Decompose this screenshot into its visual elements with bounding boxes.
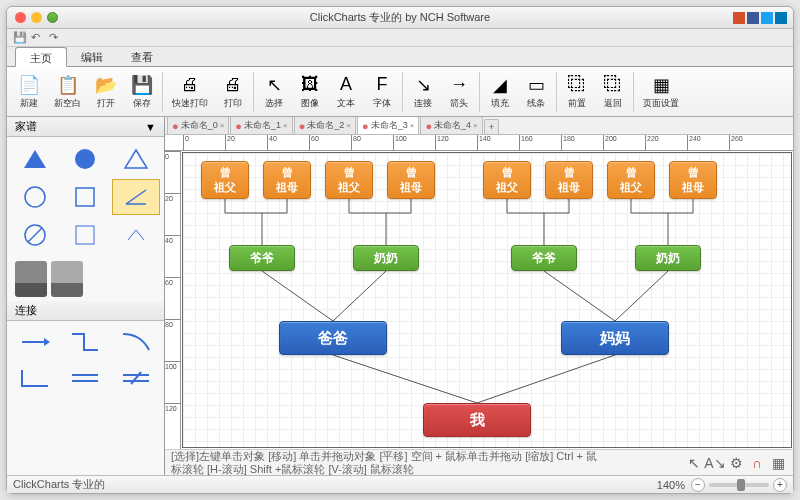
ribbon-label: 快速打印: [172, 97, 208, 110]
ribbon-label: 线条: [527, 97, 545, 110]
ribbon-icon: F: [371, 74, 393, 96]
shapes-header[interactable]: 家谱 ▼: [7, 117, 164, 137]
shape-circle-fill[interactable]: [61, 141, 109, 177]
diagram-node[interactable]: 曾祖父: [325, 161, 373, 199]
ribbon-连接[interactable]: ↘连接: [405, 69, 441, 115]
ribbon-填充[interactable]: ◢填充: [482, 69, 518, 115]
connections-header-label: 连接: [15, 303, 37, 318]
tool-text-icon[interactable]: A↘: [706, 454, 724, 472]
ribbon-label: 字体: [373, 97, 391, 110]
ribbon-icon: A: [335, 74, 357, 96]
ribbon-字体[interactable]: F字体: [364, 69, 400, 115]
doc-tab[interactable]: ● 未命名_1×: [230, 117, 292, 134]
conn-double[interactable]: [61, 361, 109, 395]
shape-square-outline[interactable]: [61, 179, 109, 215]
avatar-female[interactable]: [51, 261, 83, 297]
canvas-wrap: 020406080100120 曾祖父曾祖母曾祖父曾祖母曾祖父曾祖母曾祖父曾祖母…: [165, 151, 793, 449]
doc-tab[interactable]: ● 未命名_4×: [420, 117, 482, 134]
window-title: ClickCharts 专业的 by NCH Software: [7, 10, 793, 25]
sidebar: 家谱 ▼ 连接: [7, 117, 165, 475]
ruler-vertical: 020406080100120: [165, 151, 181, 449]
tool-magnet-icon[interactable]: ∩: [748, 454, 766, 472]
svg-marker-0: [24, 150, 46, 168]
svg-line-6: [28, 228, 42, 242]
linkedin-icon[interactable]: [775, 12, 787, 24]
diagram-node[interactable]: 爷爷: [511, 245, 577, 271]
ribbon-新建[interactable]: 📄新建: [11, 69, 47, 115]
shape-triangle-fill[interactable]: [11, 141, 59, 177]
ribbon-箭头[interactable]: →箭头: [441, 69, 477, 115]
diagram-node[interactable]: 曾祖母: [263, 161, 311, 199]
ribbon-打开[interactable]: 📂打开: [88, 69, 124, 115]
diagram-node[interactable]: 奶奶: [353, 245, 419, 271]
app-window: ClickCharts 专业的 by NCH Software 💾 ↶ ↷ 主页…: [6, 6, 794, 494]
menu-tab-编辑[interactable]: 编辑: [67, 47, 117, 66]
menu-tab-主页[interactable]: 主页: [15, 47, 67, 67]
diagram-node[interactable]: 曾祖父: [201, 161, 249, 199]
tool-gear-icon[interactable]: ⚙: [727, 454, 745, 472]
diagram-node[interactable]: 曾祖母: [545, 161, 593, 199]
zoom-in-button[interactable]: +: [773, 478, 787, 492]
status-bar: ClickCharts 专业的 140% − +: [7, 475, 793, 493]
shape-triangle-outline[interactable]: [112, 141, 160, 177]
qat-redo-icon[interactable]: ↷: [49, 31, 63, 45]
diagram-node[interactable]: 妈妈: [561, 321, 669, 355]
ribbon-保存[interactable]: 💾保存: [124, 69, 160, 115]
canvas[interactable]: 曾祖父曾祖母曾祖父曾祖母曾祖父曾祖母曾祖父曾祖母爷爷奶奶爷爷奶奶爸爸妈妈我: [182, 152, 792, 448]
hint-bar: [选择]左键单击对象 [移动] 单击并拖动对象 [平移] 空间 + 鼠标单击并拖…: [165, 449, 793, 475]
ribbon-icon: ▭: [525, 74, 547, 96]
ribbon-选择[interactable]: ↖选择: [256, 69, 292, 115]
ribbon-新空白[interactable]: 📋新空白: [47, 69, 88, 115]
ribbon-页面设置[interactable]: ▦页面设置: [636, 69, 686, 115]
hint-text: [选择]左键单击对象 [移动] 单击并拖动对象 [平移] 空间 + 鼠标单击并拖…: [171, 450, 601, 474]
ribbon-图像[interactable]: 🖼图像: [292, 69, 328, 115]
tool-grid-icon[interactable]: ▦: [769, 454, 787, 472]
doc-tab[interactable]: ● 未命名_3×: [357, 117, 419, 134]
doc-tab[interactable]: ● 未命名_2×: [294, 117, 356, 134]
facebook-icon[interactable]: [747, 12, 759, 24]
connections-header[interactable]: 连接: [7, 301, 164, 321]
shape-circle-slash[interactable]: [11, 217, 59, 253]
diagram-node[interactable]: 曾祖母: [387, 161, 435, 199]
new-tab-button[interactable]: +: [484, 119, 499, 134]
qat-undo-icon[interactable]: ↶: [31, 31, 45, 45]
ribbon-返回[interactable]: ⿻返回: [595, 69, 631, 115]
shape-circle-outline[interactable]: [11, 179, 59, 215]
diagram-node[interactable]: 奶奶: [635, 245, 701, 271]
diagram-node[interactable]: 爷爷: [229, 245, 295, 271]
doc-tab[interactable]: ● 未命名_0×: [167, 117, 229, 134]
ribbon-线条[interactable]: ▭线条: [518, 69, 554, 115]
avatar-male[interactable]: [15, 261, 47, 297]
ribbon-label: 填充: [491, 97, 509, 110]
zoom-out-button[interactable]: −: [691, 478, 705, 492]
svg-rect-4: [76, 188, 94, 206]
ribbon-前置[interactable]: ⿻前置: [559, 69, 595, 115]
diagram-node[interactable]: 曾祖母: [669, 161, 717, 199]
qat-save-icon[interactable]: 💾: [13, 31, 27, 45]
tool-pointer-icon[interactable]: ↖: [685, 454, 703, 472]
conn-elbow[interactable]: [61, 325, 109, 359]
diagram-node[interactable]: 曾祖父: [607, 161, 655, 199]
shape-square-thin[interactable]: [61, 217, 109, 253]
ribbon-label: 打印: [224, 97, 242, 110]
twitter-icon[interactable]: [761, 12, 773, 24]
ribbon-label: 选择: [265, 97, 283, 110]
shape-caret[interactable]: [112, 217, 160, 253]
ribbon-label: 新空白: [54, 97, 81, 110]
conn-arrow[interactable]: [11, 325, 59, 359]
diagram-node[interactable]: 我: [423, 403, 531, 437]
ribbon-快速打印[interactable]: 🖨快速打印: [165, 69, 215, 115]
conn-elbow2[interactable]: [11, 361, 59, 395]
diagram-node[interactable]: 曾祖父: [483, 161, 531, 199]
zoom-slider[interactable]: [709, 483, 769, 487]
ribbon-文本[interactable]: A文本: [328, 69, 364, 115]
diagram-node[interactable]: 爸爸: [279, 321, 387, 355]
conn-noteq[interactable]: [112, 361, 160, 395]
menu-tab-查看[interactable]: 查看: [117, 47, 167, 66]
google-icon[interactable]: [733, 12, 745, 24]
ribbon-icon: ⿻: [602, 74, 624, 96]
ribbon-label: 保存: [133, 97, 151, 110]
shape-angle[interactable]: [112, 179, 160, 215]
ribbon-打印[interactable]: 🖨打印: [215, 69, 251, 115]
conn-curve[interactable]: [112, 325, 160, 359]
